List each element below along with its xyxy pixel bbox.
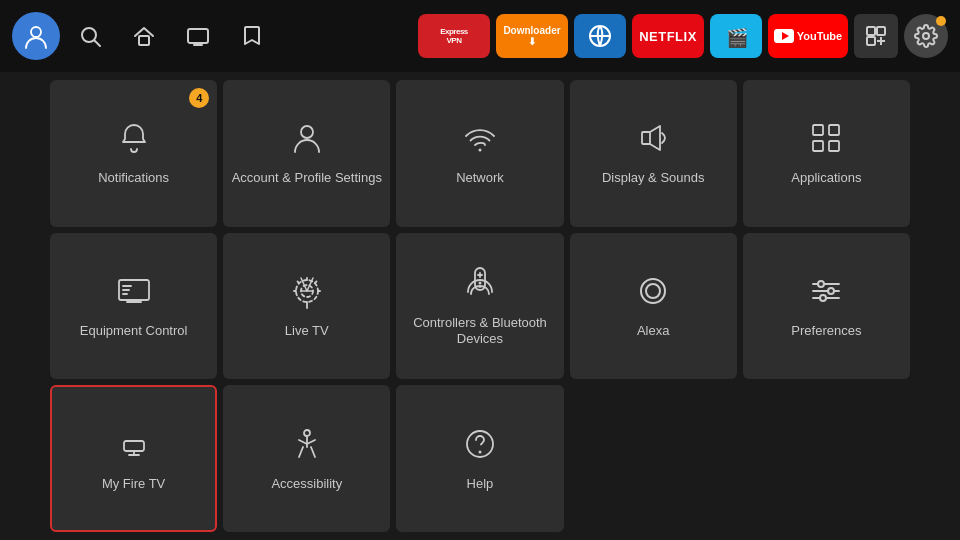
svg-point-18 bbox=[478, 149, 481, 152]
tv-icon bbox=[115, 272, 153, 315]
grid-cell-equipment-control[interactable]: Equipment Control bbox=[50, 233, 217, 380]
notifications-label: Notifications bbox=[98, 170, 169, 187]
equipment-control-label: Equipment Control bbox=[80, 323, 188, 340]
accessibility-icon bbox=[288, 425, 326, 468]
svg-rect-4 bbox=[188, 29, 208, 43]
svg-line-36 bbox=[315, 282, 317, 284]
app-expressvpn[interactable]: ExpressVPN bbox=[418, 14, 490, 58]
app-kodi[interactable]: 🎬 bbox=[710, 14, 762, 58]
app-grid-icon[interactable] bbox=[854, 14, 898, 58]
top-navigation-bar: ExpressVPN Downloader⬇ NETFLIX 🎬 YouTube bbox=[0, 0, 960, 72]
help-label: Help bbox=[467, 476, 494, 493]
svg-point-44 bbox=[646, 284, 660, 298]
svg-line-2 bbox=[95, 41, 101, 47]
grid-cell-controllers-bluetooth[interactable]: Controllers & Bluetooth Devices bbox=[396, 233, 563, 380]
svg-rect-11 bbox=[867, 27, 875, 35]
app-youtube[interactable]: YouTube bbox=[768, 14, 848, 58]
help-icon bbox=[461, 425, 499, 468]
screen-icon[interactable] bbox=[174, 12, 222, 60]
svg-point-43 bbox=[641, 279, 665, 303]
app-browser[interactable] bbox=[574, 14, 626, 58]
grid-cell-applications[interactable]: Applications bbox=[743, 80, 910, 227]
avatar[interactable] bbox=[12, 12, 60, 60]
grid-cell-live-tv[interactable]: Live TV bbox=[223, 233, 390, 380]
svg-point-50 bbox=[820, 295, 826, 301]
settings-gear-icon[interactable] bbox=[904, 14, 948, 58]
svg-rect-23 bbox=[829, 141, 839, 151]
firetv-icon bbox=[115, 425, 153, 468]
speaker-icon bbox=[634, 119, 672, 162]
accessibility-label: Accessibility bbox=[271, 476, 342, 493]
grid-cell-notifications[interactable]: 4 Notifications bbox=[50, 80, 217, 227]
svg-rect-19 bbox=[642, 132, 650, 144]
svg-point-41 bbox=[478, 281, 481, 284]
grid-cell-preferences[interactable]: Preferences bbox=[743, 233, 910, 380]
grid-cell-help[interactable]: Help bbox=[396, 385, 563, 532]
search-icon[interactable] bbox=[66, 12, 114, 60]
wifi-icon bbox=[461, 119, 499, 162]
antenna-icon bbox=[288, 272, 326, 315]
settings-notification-dot bbox=[936, 16, 946, 26]
svg-rect-13 bbox=[867, 37, 875, 45]
svg-rect-22 bbox=[813, 141, 823, 151]
svg-point-16 bbox=[923, 33, 929, 39]
svg-point-48 bbox=[818, 281, 824, 287]
grid-cell-accessibility[interactable]: Accessibility bbox=[223, 385, 390, 532]
bookmark-icon[interactable] bbox=[228, 12, 276, 60]
app-netflix[interactable]: NETFLIX bbox=[632, 14, 704, 58]
svg-rect-12 bbox=[877, 27, 885, 35]
alexa-label: Alexa bbox=[637, 323, 670, 340]
live-tv-label: Live TV bbox=[285, 323, 329, 340]
grid-cell-my-fire-tv[interactable]: My Fire TV bbox=[50, 385, 217, 532]
sliders-icon bbox=[807, 272, 845, 315]
grid-cell-network[interactable]: Network bbox=[396, 80, 563, 227]
alexa-icon bbox=[634, 272, 672, 315]
account-profile-label: Account & Profile Settings bbox=[232, 170, 382, 187]
svg-rect-3 bbox=[139, 36, 149, 45]
remote-icon bbox=[461, 264, 499, 307]
svg-point-57 bbox=[478, 450, 481, 453]
network-label: Network bbox=[456, 170, 504, 187]
app-downloader[interactable]: Downloader⬇ bbox=[496, 14, 568, 58]
svg-line-35 bbox=[297, 282, 299, 284]
svg-point-17 bbox=[301, 126, 313, 138]
person-icon bbox=[288, 119, 326, 162]
svg-rect-21 bbox=[829, 125, 839, 135]
grid-cell-alexa[interactable]: Alexa bbox=[570, 233, 737, 380]
svg-rect-20 bbox=[813, 125, 823, 135]
svg-rect-51 bbox=[124, 441, 144, 451]
preferences-label: Preferences bbox=[791, 323, 861, 340]
apps-icon bbox=[807, 119, 845, 162]
svg-text:🎬: 🎬 bbox=[726, 27, 749, 49]
display-sounds-label: Display & Sounds bbox=[602, 170, 705, 187]
grid-cell-account-profile[interactable]: Account & Profile Settings bbox=[223, 80, 390, 227]
bell-icon bbox=[115, 119, 153, 162]
home-icon[interactable] bbox=[120, 12, 168, 60]
grid-cell-display-sounds[interactable]: Display & Sounds bbox=[570, 80, 737, 227]
settings-grid: 4 Notifications Account & Profile Settin… bbox=[0, 72, 960, 540]
svg-point-0 bbox=[31, 27, 41, 37]
applications-label: Applications bbox=[791, 170, 861, 187]
svg-point-49 bbox=[828, 288, 834, 294]
notification-badge: 4 bbox=[189, 88, 209, 108]
controllers-bluetooth-label: Controllers & Bluetooth Devices bbox=[404, 315, 555, 349]
my-fire-tv-label: My Fire TV bbox=[102, 476, 165, 493]
